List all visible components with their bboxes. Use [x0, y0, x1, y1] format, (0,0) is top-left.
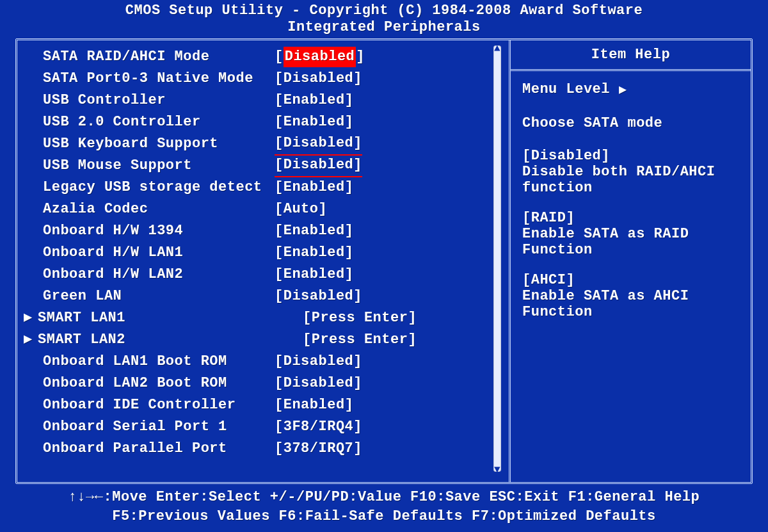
bracket-open: [: [275, 395, 284, 415]
setting-label: Onboard IDE Controller: [24, 395, 275, 415]
setting-label: Onboard LAN2 Boot ROM: [24, 373, 275, 394]
help-pane: Item Help Menu Level ▶ Choose SATA mode …: [509, 40, 751, 482]
setting-row[interactable]: USB 2.0 Controller[Enabled]: [24, 112, 499, 133]
setting-row[interactable]: USB Mouse Support[Disabled]: [24, 156, 499, 176]
setting-value: Auto: [284, 199, 319, 220]
setting-value-wrap[interactable]: [Disabled]: [275, 155, 362, 177]
scroll-up-icon[interactable]: ▲: [494, 43, 500, 54]
bracket-open: [: [303, 330, 312, 350]
bracket-close: ]: [345, 112, 354, 133]
setting-row[interactable]: SATA Port0-3 Native Mode[Disabled]: [24, 69, 499, 89]
setting-row[interactable]: Onboard H/W LAN2[Enabled]: [24, 264, 499, 285]
setting-label: SATA Port0-3 Native Mode: [24, 69, 275, 89]
bracket-open: [: [275, 177, 284, 198]
setting-value-wrap[interactable]: [Disabled]: [275, 351, 362, 372]
setting-row[interactable]: Onboard Serial Port 1[3F8/IRQ4]: [24, 417, 499, 437]
setting-value-wrap[interactable]: [378/IRQ7]: [275, 439, 362, 459]
submenu-arrow-icon: ▶: [24, 330, 38, 350]
bracket-close: ]: [356, 47, 365, 67]
bracket-open: [: [303, 308, 312, 328]
setting-value-wrap[interactable]: [Disabled]: [275, 373, 362, 394]
help-body: Menu Level ▶ Choose SATA mode [Disabled]…: [511, 71, 751, 482]
bracket-close: ]: [408, 308, 417, 328]
bracket-open: [: [275, 286, 284, 307]
setting-label: Onboard H/W LAN1: [24, 243, 275, 263]
setting-row[interactable]: Azalia Codec[Auto]: [24, 199, 499, 220]
setting-value-wrap[interactable]: [Press Enter]: [303, 330, 417, 350]
setting-value: Press Enter: [312, 330, 408, 350]
header-copyright: CMOS Setup Utility - Copyright (C) 1984-…: [0, 3, 768, 19]
menu-level: Menu Level ▶: [522, 81, 739, 97]
setting-value-wrap[interactable]: [Disabled]: [275, 286, 362, 307]
setting-value-wrap[interactable]: [Press Enter]: [303, 308, 417, 328]
bracket-open: [: [275, 199, 284, 220]
setting-label: SMART LAN1: [38, 308, 303, 328]
bracket-close: ]: [353, 417, 362, 437]
settings-pane: SATA RAID/AHCI Mode[Disabled]SATA Port0-…: [17, 40, 509, 482]
setting-value-wrap[interactable]: [Enabled]: [275, 264, 353, 285]
setting-row[interactable]: Onboard IDE Controller[Enabled]: [24, 395, 499, 415]
setting-value-wrap[interactable]: [Enabled]: [275, 112, 353, 133]
setting-value-wrap[interactable]: [Disabled]: [275, 133, 362, 156]
submenu-arrow-icon: ▶: [24, 308, 38, 328]
setting-value: Disabled: [284, 373, 354, 394]
bracket-open: [: [275, 417, 284, 437]
setting-value-wrap[interactable]: [Disabled]: [275, 69, 362, 89]
help-option: [Disabled]Disable both RAID/AHCI functio…: [522, 148, 739, 196]
help-option-body: Enable SATA as AHCI Function: [522, 288, 689, 320]
setting-row[interactable]: Onboard LAN2 Boot ROM[Disabled]: [24, 373, 499, 394]
footer-hints: ↑↓→←:Move Enter:Select +/-/PU/PD:Value F…: [0, 484, 768, 526]
help-option: [AHCI]Enable SATA as AHCI Function: [522, 272, 739, 320]
scroll-down-icon[interactable]: ▼: [494, 464, 500, 476]
setting-label: Legacy USB storage detect: [24, 177, 275, 198]
setting-row[interactable]: Onboard Parallel Port[378/IRQ7]: [24, 439, 499, 459]
bracket-open: [: [275, 351, 284, 372]
setting-row[interactable]: ▶SMART LAN1[Press Enter]: [24, 308, 499, 328]
setting-value-wrap[interactable]: [Enabled]: [275, 221, 353, 241]
header-page-name: Integrated Peripherals: [0, 19, 768, 36]
scrollbar[interactable]: ▲ ▼: [493, 45, 501, 472]
setting-row[interactable]: Onboard H/W 1394[Enabled]: [24, 221, 499, 241]
setting-row[interactable]: Legacy USB storage detect[Enabled]: [24, 177, 499, 198]
bracket-close: ]: [353, 133, 362, 154]
setting-value-wrap[interactable]: [Enabled]: [275, 90, 353, 111]
help-description: Choose SATA mode: [522, 115, 739, 131]
main-panel: SATA RAID/AHCI Mode[Disabled]SATA Port0-…: [15, 38, 753, 484]
setting-row[interactable]: Green LAN[Disabled]: [24, 286, 499, 307]
setting-value: Disabled: [284, 351, 354, 372]
bracket-open: [: [275, 133, 284, 154]
setting-label: USB Mouse Support: [24, 156, 275, 176]
setting-label: Onboard Serial Port 1: [24, 417, 275, 437]
help-title: Item Help: [511, 40, 751, 69]
setting-value: 3F8/IRQ4: [284, 417, 354, 437]
setting-label: USB Keyboard Support: [24, 134, 275, 154]
help-option-head: [Disabled]: [522, 148, 739, 164]
bracket-close: ]: [408, 330, 417, 350]
setting-row[interactable]: ▶SMART LAN2[Press Enter]: [24, 330, 499, 350]
bracket-close: ]: [345, 221, 354, 241]
setting-label: Onboard H/W LAN2: [24, 264, 275, 285]
bracket-open: [: [275, 221, 284, 241]
setting-row[interactable]: Onboard LAN1 Boot ROM[Disabled]: [24, 351, 499, 372]
bracket-open: [: [275, 243, 284, 263]
setting-label: SATA RAID/AHCI Mode: [24, 47, 275, 67]
help-option-body: Disable both RAID/AHCI function: [522, 164, 715, 196]
setting-label: USB Controller: [24, 90, 275, 111]
setting-value: Disabled: [284, 47, 356, 67]
setting-value-wrap[interactable]: [Enabled]: [275, 395, 353, 415]
setting-value-wrap[interactable]: [Enabled]: [275, 177, 353, 198]
setting-row[interactable]: SATA RAID/AHCI Mode[Disabled]: [24, 47, 499, 67]
setting-row[interactable]: USB Controller[Enabled]: [24, 90, 499, 111]
setting-value: Enabled: [284, 112, 345, 133]
setting-value-wrap[interactable]: [Auto]: [275, 199, 327, 220]
settings-list: SATA RAID/AHCI Mode[Disabled]SATA Port0-…: [24, 45, 499, 459]
setting-value-wrap[interactable]: [Enabled]: [275, 243, 353, 263]
bracket-open: [: [275, 264, 284, 285]
setting-value-wrap[interactable]: [3F8/IRQ4]: [275, 417, 362, 437]
setting-row[interactable]: USB Keyboard Support[Disabled]: [24, 134, 499, 154]
setting-value: Disabled: [284, 286, 354, 307]
setting-row[interactable]: Onboard H/W LAN1[Enabled]: [24, 243, 499, 263]
help-option-head: [RAID]: [522, 210, 739, 226]
setting-value-wrap[interactable]: [Disabled]: [275, 47, 365, 67]
setting-label: Onboard LAN1 Boot ROM: [24, 351, 275, 372]
